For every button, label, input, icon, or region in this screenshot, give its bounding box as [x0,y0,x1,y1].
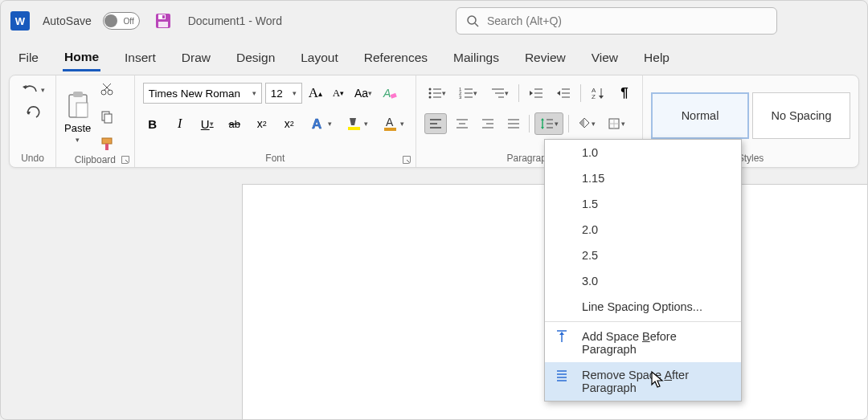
style-no-spacing[interactable]: No Spacing [752,92,850,139]
increase-indent-button[interactable] [553,84,574,103]
group-label: Clipboard [75,154,116,165]
cut-button[interactable] [96,79,117,100]
svg-rect-20 [348,127,360,130]
svg-rect-14 [104,114,112,123]
subscript-button[interactable]: x2 [252,114,272,133]
save-icon[interactable] [154,12,172,30]
underline-button[interactable]: U ▾ [198,114,217,134]
add-space-before[interactable]: Add Space Before Paragraph [545,324,741,362]
svg-point-25 [429,92,432,95]
paste-icon [65,90,91,120]
font-color-button[interactable]: A▾ [379,112,407,135]
numbering-button[interactable]: 123▾ [456,84,481,103]
superscript-button[interactable]: x2 [280,114,299,133]
search-icon [466,14,479,27]
dialog-launcher-icon[interactable] [403,156,411,164]
document-title: Document1 - Word [188,14,282,27]
dialog-launcher-icon[interactable] [121,156,129,164]
decrease-indent-button[interactable] [526,84,547,103]
spacing-3-0[interactable]: 3.0 [545,268,741,294]
style-normal[interactable]: Normal [651,92,749,139]
separator [580,84,581,102]
svg-text:Z: Z [592,93,596,100]
spacing-1-15[interactable]: 1.15 [545,165,741,191]
tab-file[interactable]: File [17,46,40,70]
svg-rect-3 [162,15,165,18]
show-marks-button[interactable]: ¶ [615,82,634,104]
search-placeholder: Search (Alt+Q) [487,14,562,27]
shrink-font-button[interactable]: A▾ [329,84,348,103]
spacing-1-5[interactable]: 1.5 [545,191,741,217]
svg-rect-18 [391,93,397,99]
separator [518,84,519,102]
search-input[interactable]: Search (Alt+Q) [456,7,777,35]
align-center-button[interactable] [452,114,473,133]
word-app-icon: W [10,11,30,31]
bullets-button[interactable]: ▾ [424,84,449,103]
tab-layout[interactable]: Layout [299,46,340,70]
svg-rect-7 [73,92,83,97]
tab-insert[interactable]: Insert [123,46,158,70]
tab-home[interactable]: Home [63,45,100,71]
separator [568,115,569,133]
undo-button[interactable]: ▾ [17,79,48,101]
spacing-2-5[interactable]: 2.5 [545,243,741,268]
ribbon-tabs: File Home Insert Draw Design Layout Refe… [1,41,867,75]
italic-button[interactable]: I [170,113,190,134]
svg-rect-22 [384,128,396,131]
tab-design[interactable]: Design [235,46,276,70]
svg-point-27 [429,96,432,99]
line-spacing-button[interactable]: ▾ [534,112,563,135]
toggle-knob [104,14,117,27]
title-bar: W AutoSave Off Document1 - Word Search (… [1,1,867,41]
autosave-toggle[interactable]: Off [103,12,140,30]
bold-button[interactable]: B [143,114,162,134]
font-size-value: 12 [271,88,283,100]
menu-label: Remove Space After Paragraph [582,369,689,394]
tab-mailings[interactable]: Mailings [452,46,501,70]
spacing-1-0[interactable]: 1.0 [545,140,741,165]
menu-separator [545,321,741,322]
tab-view[interactable]: View [590,46,620,70]
remove-space-after[interactable]: Remove Space After Paragraph [545,362,741,401]
line-spacing-options[interactable]: Line Spacing Options... [545,294,741,320]
strikethrough-button[interactable]: ab [225,114,244,133]
clear-format-button[interactable]: A [379,82,401,104]
svg-rect-8 [76,103,88,117]
font-name-value: Times New Roman [149,88,240,100]
change-case-button[interactable]: Aa ▾ [351,84,375,103]
tab-review[interactable]: Review [523,46,567,70]
add-before-icon [555,329,569,344]
align-right-button[interactable] [477,114,498,133]
paste-button[interactable]: Paste ▾ [64,90,91,144]
tab-draw[interactable]: Draw [180,46,212,70]
text-effects-button[interactable]: A▾ [307,112,335,135]
svg-point-23 [429,88,432,91]
line-spacing-menu: 1.0 1.15 1.5 2.0 2.5 3.0 Line Spacing Op… [544,139,742,402]
svg-line-5 [475,23,478,27]
group-undo: ▾ Undo [10,75,56,167]
justify-button[interactable] [503,114,524,133]
group-font: Times New Roman▾ 12▾ A▴ A▾ Aa ▾ A B I U … [135,75,416,167]
tab-references[interactable]: References [362,46,429,70]
sort-button[interactable]: AZ [588,83,608,104]
group-clipboard: Paste ▾ Clipboard [56,75,135,167]
copy-button[interactable] [96,106,117,127]
font-size-select[interactable]: 12▾ [265,83,302,104]
group-label: Font [265,153,285,164]
redo-button[interactable] [22,103,44,124]
borders-button[interactable]: ▾ [604,113,628,134]
grow-font-button[interactable]: A▴ [305,82,326,104]
align-left-button[interactable] [424,113,447,134]
svg-rect-15 [102,138,112,144]
svg-rect-2 [158,22,168,27]
spacing-2-0[interactable]: 2.0 [545,217,741,243]
format-painter-button[interactable] [96,133,118,154]
font-name-select[interactable]: Times New Roman▾ [143,83,262,104]
toggle-state: Off [124,17,134,26]
shading-button[interactable]: ▾ [574,113,599,134]
tab-help[interactable]: Help [642,46,671,70]
multilevel-button[interactable]: ▾ [487,84,512,103]
highlight-button[interactable]: ▾ [343,112,371,135]
group-label: Undo [18,153,47,165]
